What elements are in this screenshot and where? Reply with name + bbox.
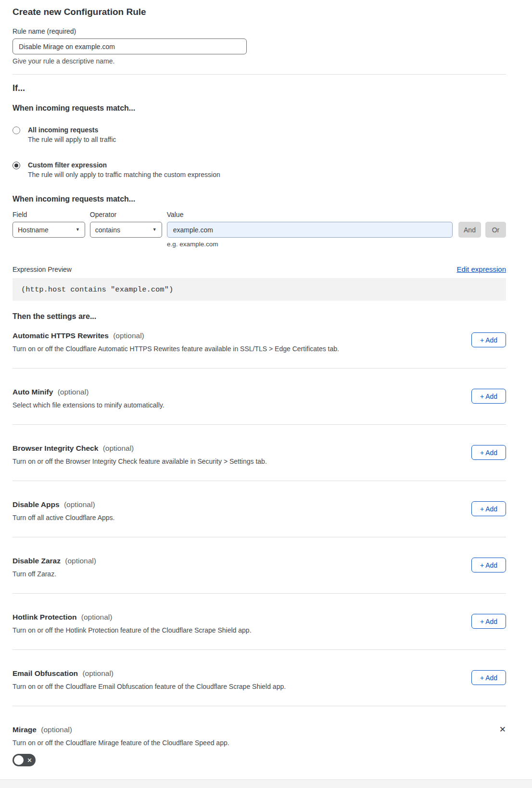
setting-description: Turn off all active Cloudflare Apps. — [13, 514, 114, 521]
operator-select[interactable]: contains ▼ — [90, 222, 162, 238]
footer-strip — [0, 779, 532, 788]
edit-expression-link[interactable]: Edit expression — [456, 265, 506, 273]
setting-name: Automatic HTTPS Rewrites — [13, 331, 109, 340]
add-button[interactable]: + Add — [471, 670, 506, 685]
setting-name: Mirage — [13, 725, 37, 734]
setting-hotlink-protection: Hotlink Protection (optional) Turn on or… — [13, 594, 506, 649]
value-label: Value — [167, 211, 453, 218]
radio-label: Custom filter expression — [28, 161, 220, 169]
radio-icon-selected[interactable] — [13, 162, 20, 169]
add-button[interactable]: + Add — [471, 332, 506, 347]
radio-all-incoming-requests[interactable]: All incoming requests The rule will appl… — [13, 126, 506, 143]
mirage-toggle[interactable]: ✕ — [13, 754, 36, 766]
page-title: Create new Configuration Rule — [13, 7, 506, 17]
setting-optional-tag: (optional) — [65, 557, 96, 565]
radio-description: The rule will apply to all traffic — [28, 136, 116, 143]
setting-name: Browser Integrity Check — [13, 444, 98, 452]
field-select[interactable]: Hostname ▼ — [13, 222, 85, 238]
expression-builder-row: Field Hostname ▼ Operator contains ▼ Val… — [13, 211, 506, 238]
expression-preview-code: (http.host contains "example.com") — [13, 278, 506, 301]
rule-name-help: Give your rule a descriptive name. — [13, 57, 506, 65]
rule-name-label: Rule name (required) — [13, 27, 506, 35]
setting-optional-tag: (optional) — [64, 500, 95, 508]
setting-description: Turn on or off the Browser Integrity Che… — [13, 458, 267, 465]
setting-optional-tag: (optional) — [113, 331, 144, 340]
setting-auto-minify: Auto Minify (optional) Select which file… — [13, 369, 506, 424]
add-button[interactable]: + Add — [471, 445, 506, 460]
radio-description: The rule will only apply to traffic matc… — [28, 171, 220, 178]
expression-builder-heading: When incoming requests match... — [13, 195, 506, 203]
create-configuration-rule-form: Create new Configuration Rule Rule name … — [0, 0, 532, 766]
section-divider — [13, 74, 506, 75]
setting-description: Select which file extensions to minify a… — [13, 401, 165, 409]
then-settings-heading: Then the settings are... — [13, 312, 506, 321]
add-button[interactable]: + Add — [471, 389, 506, 404]
setting-description: Turn off Zaraz. — [13, 570, 96, 578]
add-button[interactable]: + Add — [471, 614, 506, 629]
close-icon[interactable]: ✕ — [499, 725, 506, 734]
setting-optional-tag: (optional) — [41, 725, 72, 734]
value-hint: e.g. example.com — [167, 241, 506, 248]
setting-mirage: Mirage (optional) Turn on or off the Clo… — [13, 706, 506, 766]
setting-automatic-https-rewrites: Automatic HTTPS Rewrites (optional) Turn… — [13, 331, 506, 368]
field-select-value: Hostname — [18, 226, 49, 234]
toggle-knob-icon — [14, 755, 24, 765]
or-button[interactable]: Or — [485, 222, 506, 238]
and-button[interactable]: And — [458, 222, 481, 238]
chevron-down-icon: ▼ — [152, 228, 157, 232]
radio-icon[interactable] — [13, 127, 20, 134]
operator-select-value: contains — [95, 226, 120, 234]
operator-label: Operator — [90, 211, 162, 218]
setting-description: Turn on or off the Cloudflare Email Obfu… — [13, 683, 286, 690]
setting-browser-integrity-check: Browser Integrity Check (optional) Turn … — [13, 425, 506, 481]
setting-optional-tag: (optional) — [81, 613, 113, 621]
setting-email-obfuscation: Email Obfuscation (optional) Turn on or … — [13, 650, 506, 706]
add-button[interactable]: + Add — [471, 501, 506, 516]
setting-description: Turn on or off the Hotlink Protection fe… — [13, 626, 252, 634]
setting-optional-tag: (optional) — [82, 669, 114, 677]
setting-disable-zaraz: Disable Zaraz (optional) Turn off Zaraz.… — [13, 537, 506, 593]
toggle-off-x-icon: ✕ — [27, 754, 32, 766]
field-label: Field — [13, 211, 85, 218]
setting-description: Turn on or off the Cloudflare Automatic … — [13, 345, 339, 353]
rule-name-input[interactable] — [13, 38, 247, 54]
value-input[interactable] — [167, 222, 453, 238]
if-heading: If... — [13, 83, 506, 93]
setting-name: Auto Minify — [13, 388, 53, 396]
match-heading: When incoming requests match... — [13, 104, 506, 113]
expression-preview-label: Expression Preview — [13, 266, 72, 273]
radio-label: All incoming requests — [28, 126, 116, 134]
setting-name: Disable Apps — [13, 500, 60, 508]
setting-description: Turn on or off the Cloudflare Mirage fea… — [13, 739, 229, 747]
setting-optional-tag: (optional) — [103, 444, 134, 452]
radio-custom-filter-expression[interactable]: Custom filter expression The rule will o… — [13, 161, 506, 178]
chevron-down-icon: ▼ — [76, 228, 80, 232]
setting-optional-tag: (optional) — [58, 388, 89, 396]
setting-name: Disable Zaraz — [13, 557, 61, 565]
setting-disable-apps: Disable Apps (optional) Turn off all act… — [13, 481, 506, 537]
add-button[interactable]: + Add — [471, 558, 506, 572]
setting-name: Email Obfuscation — [13, 669, 78, 677]
setting-name: Hotlink Protection — [13, 613, 76, 621]
